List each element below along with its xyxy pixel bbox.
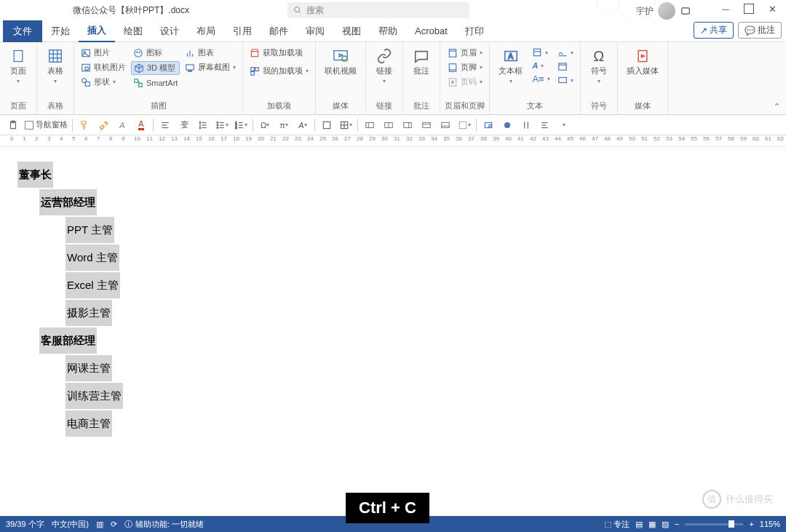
online-pictures-button[interactable]: 联机图片 [79, 61, 128, 74]
share-button[interactable]: ↗共享 [694, 22, 734, 39]
get-addins-button[interactable]: 获取加载项 [247, 47, 311, 59]
header-button[interactable]: 页眉▾ [445, 47, 485, 59]
borders-button[interactable]: ▾ [457, 118, 472, 132]
signature-button[interactable]: ▾ [555, 47, 576, 58]
table-dropdown[interactable]: ▾ [338, 118, 353, 132]
chart-button[interactable]: 图表 [183, 47, 238, 59]
pi-button[interactable]: π▾ [277, 118, 291, 132]
bullets-button[interactable]: ▾ [215, 118, 229, 132]
3d-models-button[interactable]: 3D 模型 [131, 61, 180, 75]
search-box[interactable]: 搜索 [287, 2, 469, 18]
comment-button[interactable]: 批注 [408, 47, 435, 78]
group-headerfooter: 页眉▾ 页脚▾ #页码▾ 页眉和页脚 [440, 42, 490, 114]
table-btn-1[interactable] [362, 118, 377, 132]
clear-format-button[interactable]: A [115, 118, 130, 132]
language[interactable]: 中文(中国) [52, 519, 89, 530]
insert-row-button[interactable] [319, 118, 334, 132]
tab-view[interactable]: 视图 [333, 20, 370, 42]
textbox-button[interactable]: A文本框▾ [494, 47, 527, 86]
web-layout-icon[interactable]: ▨ [662, 520, 669, 529]
my-addins-button[interactable]: 我的加载项▾ [247, 65, 311, 77]
zoom-slider[interactable] [685, 523, 743, 525]
misc-btn-1[interactable] [481, 118, 496, 132]
accessibility[interactable]: ⓘ辅助功能: 一切就绪 [124, 519, 204, 530]
wordart-button[interactable]: A▾ [530, 60, 552, 71]
case-icon: A [298, 121, 303, 130]
collapse-ribbon-icon[interactable]: ⌃ [774, 102, 780, 111]
table-btn-2[interactable] [381, 118, 396, 132]
close-button[interactable]: ✕ [761, 0, 783, 17]
misc-btn-2[interactable] [500, 118, 515, 132]
display-settings-icon[interactable]: ▥ [96, 520, 103, 529]
minimize-button[interactable]: ─ [715, 0, 737, 17]
tab-draw[interactable]: 绘图 [115, 20, 151, 42]
paste-button[interactable] [6, 118, 20, 132]
datetime-button[interactable] [555, 60, 576, 72]
tab-acrobat[interactable]: Acrobat [406, 20, 456, 42]
font-color-button[interactable]: A [134, 118, 148, 132]
macro-icon[interactable]: ⟳ [111, 520, 117, 529]
icons-button[interactable]: 图标 [131, 47, 180, 59]
table-button[interactable]: 表格▾ [41, 47, 69, 86]
tab-layout[interactable]: 布局 [188, 20, 224, 42]
maximize-button[interactable] [738, 0, 760, 17]
format-painter-button[interactable] [77, 118, 92, 132]
document-canvas[interactable]: 董事长 运营部经理 PPT 主管 Word 主管 Excel 主管 摄影主管 客… [0, 147, 786, 489]
table-btn-5[interactable] [438, 118, 453, 132]
shapes-button[interactable]: 形状▾ [79, 76, 128, 88]
table-btn-4[interactable] [419, 118, 434, 132]
tab-help[interactable]: 帮助 [370, 20, 406, 42]
print-layout-icon[interactable]: ▦ [648, 520, 656, 529]
read-mode-icon[interactable]: ▤ [635, 520, 643, 529]
tab-review[interactable]: 审阅 [297, 20, 333, 42]
align-button[interactable] [158, 118, 172, 132]
tab-insert[interactable]: 插入 [79, 20, 115, 42]
ruler[interactable]: 0123456789101112131415161718192021222324… [0, 135, 786, 147]
link-button[interactable]: 链接▾ [370, 47, 398, 86]
smartart-button[interactable]: SmartArt [131, 77, 180, 89]
overflow-button[interactable]: ▾ [557, 118, 571, 132]
zoom-in-button[interactable]: + [749, 520, 753, 528]
online-video-button[interactable]: 联机视频 [320, 47, 361, 78]
focus-mode[interactable]: ⬚ 专注 [604, 519, 630, 530]
separator [153, 119, 154, 132]
screenshot-button[interactable]: 屏幕截图▾ [183, 61, 238, 74]
page-button[interactable]: 页面▾ [4, 47, 32, 86]
comments-button[interactable]: 💬批注 [738, 22, 782, 39]
omega-button[interactable]: Ω▾ [258, 118, 272, 132]
zoom-out-button[interactable]: − [675, 520, 679, 528]
nav-pane-checkbox[interactable]: 导航窗格 [25, 119, 68, 130]
footer-button[interactable]: 页脚▾ [445, 61, 485, 74]
tab-print[interactable]: 打印 [456, 20, 493, 42]
zoom-thumb[interactable] [729, 520, 734, 528]
tab-references[interactable]: 引用 [224, 20, 261, 42]
doc-line-7: 客服部经理 [39, 327, 97, 354]
linespacing-button[interactable] [196, 118, 210, 132]
zoom-value[interactable]: 115% [760, 520, 780, 528]
header-icon [448, 48, 458, 58]
case-button[interactable]: A▾ [295, 118, 310, 132]
ribbon-mode-icon[interactable] [680, 6, 691, 16]
svg-rect-79 [423, 122, 431, 127]
quickparts-button[interactable]: ▾ [530, 47, 552, 58]
word-count[interactable]: 39/39 个字 [6, 519, 44, 530]
pagenum-button[interactable]: #页码▾ [445, 76, 485, 88]
file-tab[interactable]: 文件 [3, 20, 42, 42]
symbol-button[interactable]: Ω符号▾ [585, 47, 613, 86]
misc-btn-3[interactable] [519, 118, 533, 132]
highlight-button[interactable] [96, 118, 111, 132]
numbering-button[interactable]: 123▾ [234, 118, 248, 132]
chevron-down-icon: ▾ [541, 63, 544, 69]
tab-mailings[interactable]: 邮件 [261, 20, 297, 42]
pictures-button[interactable]: 图片 [79, 47, 128, 59]
tab-home[interactable]: 开始 [42, 20, 79, 42]
dropcap-button[interactable]: A≡▾ [530, 73, 552, 85]
misc-btn-4[interactable] [538, 118, 552, 132]
tab-design[interactable]: 设计 [151, 20, 188, 42]
svg-rect-26 [252, 51, 258, 56]
insert-media-button[interactable]: 插入媒体 [622, 47, 663, 78]
phonetic-button[interactable]: 变 [177, 118, 191, 132]
object-button[interactable]: ▾ [555, 74, 576, 86]
avatar[interactable] [658, 2, 675, 20]
table-btn-3[interactable] [400, 118, 415, 132]
